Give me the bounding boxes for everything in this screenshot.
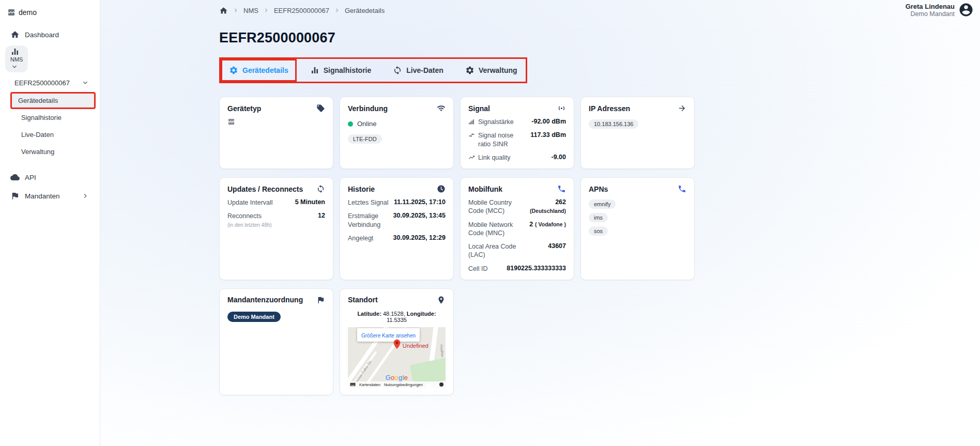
app-logo[interactable]: demo xyxy=(0,4,100,25)
bar-chart-icon xyxy=(310,66,319,75)
breadcrumb-nms[interactable]: NMS xyxy=(243,7,258,14)
phone-icon xyxy=(557,184,566,193)
sidebar-item-label: Dashboard xyxy=(25,31,59,39)
card-mobilfunk: Mobilfunk Mobile Country Code (MCC) 262(… xyxy=(460,177,574,280)
card-title: Gerätetyp xyxy=(227,104,261,113)
apn-badge: emnify xyxy=(589,199,616,209)
card-title: APNs xyxy=(589,185,608,193)
map-marker-icon[interactable] xyxy=(391,339,403,350)
sidebar-item-mandanten[interactable]: Mandanten xyxy=(5,187,95,205)
tab-live-daten[interactable]: Live-Daten xyxy=(385,59,452,82)
card-verbindung: Verbindung Online LTE-FDD xyxy=(340,97,454,169)
gear-icon xyxy=(229,66,238,75)
online-status-dot xyxy=(348,121,353,127)
breadcrumb: NMS EEFR2500000067 Gerätedetails xyxy=(219,6,385,15)
coordinates: Latitude: 48.1528, Longitude: 11.5335 xyxy=(348,311,446,323)
wifi-icon xyxy=(437,104,446,113)
app-root: demo Dashboard NMS EEFR2500000067 Geräte… xyxy=(0,0,980,446)
updates-row: Reconnects(in den letzten 48h) 12 xyxy=(227,212,325,228)
mobilfunk-row: Local Area Code (LAC) 43607 xyxy=(468,242,566,259)
map-attribution: Kartendaten Nutzungsbedingungen xyxy=(348,381,446,388)
signal-bars-icon xyxy=(468,118,475,125)
sidebar-item-label: Mandanten xyxy=(25,192,60,200)
tab-label: Verwaltung xyxy=(479,66,517,74)
location-pin-icon xyxy=(437,296,446,304)
sidebar-item-signalhistorie[interactable]: Signalhistorie xyxy=(13,109,95,126)
user-menu[interactable]: Greta Lindenau Demo Mandant xyxy=(906,2,974,18)
signal-row: Signal noise ratio SINR 117.33 dBm xyxy=(468,131,566,148)
tab-label: Signalhistorie xyxy=(324,66,372,74)
connection-status: Online xyxy=(357,120,377,128)
phone-icon xyxy=(678,184,686,193)
tab-geraetedetails[interactable]: Gerätedetails xyxy=(221,59,297,82)
broken-image-icon xyxy=(7,8,16,17)
chevron-down-icon xyxy=(10,63,23,71)
updates-row: Update Intervall 5 Minuten xyxy=(227,198,325,207)
cloud-icon xyxy=(10,173,20,182)
compare-arrows-icon xyxy=(468,132,475,139)
home-icon[interactable] xyxy=(219,6,228,15)
map-embed[interactable]: Gustav-Falke-Str. rnsallee Größere Karte… xyxy=(348,327,446,388)
user-tenant: Demo Mandant xyxy=(906,10,955,18)
sync-icon xyxy=(316,184,325,193)
topbar: NMS EEFR2500000067 Gerätedetails Greta L… xyxy=(100,0,980,21)
chevron-right-icon xyxy=(333,7,341,14)
card-signal: Signal Signalstärke -92.00 dBm Signal no… xyxy=(460,97,574,169)
sidebar-item-label: NMS xyxy=(10,56,23,63)
chevron-right-icon xyxy=(81,192,89,200)
sidebar-item-device[interactable]: EEFR2500000067 xyxy=(9,74,95,91)
sidebar-item-nms[interactable]: NMS xyxy=(5,45,28,72)
chevron-right-icon xyxy=(263,7,270,14)
card-title: Verbindung xyxy=(348,104,388,113)
breadcrumb-device[interactable]: EEFR2500000067 xyxy=(274,7,329,14)
tab-label: Live-Daten xyxy=(406,66,443,74)
map-error-icon[interactable] xyxy=(439,382,443,387)
flag-icon xyxy=(316,296,325,304)
logo-text: demo xyxy=(19,8,37,17)
user-name: Greta Lindenau xyxy=(906,3,955,10)
sidebar-item-verwaltung[interactable]: Verwaltung xyxy=(13,143,95,160)
card-geraetetyp: Gerätetyp xyxy=(219,97,333,169)
card-historie: Historie Letztes Signal 11.11.2025, 17:1… xyxy=(340,177,454,280)
breadcrumb-current: Gerätedetails xyxy=(345,7,385,14)
card-title: Mobilfunk xyxy=(468,185,502,193)
bar-chart-icon xyxy=(10,47,20,56)
historie-row: Erstmalige Verbindung 30.09.2025, 13:45 xyxy=(348,212,446,229)
map-enlarge-link[interactable]: Größere Karte ansehen xyxy=(361,333,416,339)
map-street-label: rnsallee xyxy=(440,344,445,357)
card-mandantenzuordnung: Mandantenzuordnung Demo Mandant xyxy=(219,288,333,395)
sidebar-item-label: EEFR2500000067 xyxy=(14,79,70,87)
clock-icon xyxy=(437,184,446,193)
sidebar-item-live-daten[interactable]: Live-Daten xyxy=(13,126,95,143)
main-area: NMS EEFR2500000067 Gerätedetails Greta L… xyxy=(100,0,980,446)
card-updates-reconnects: Updates / Reconnects Update Intervall 5 … xyxy=(219,177,333,280)
card-title: Signal xyxy=(468,104,490,113)
historie-row: Letztes Signal 11.11.2025, 17:10 xyxy=(348,198,446,207)
apn-badge: ims xyxy=(589,213,608,222)
tab-label: Gerätedetails xyxy=(242,66,288,74)
map-terms-link[interactable]: Nutzungsbedingungen xyxy=(384,382,423,387)
page-title: EEFR2500000067 xyxy=(219,30,980,46)
broadcast-icon xyxy=(557,104,566,113)
tag-icon xyxy=(316,104,325,113)
content: EEFR2500000067 Gerätedetails Signalhisto… xyxy=(100,21,980,411)
google-logo: Google xyxy=(348,374,446,381)
card-title: Mandantenzuordnung xyxy=(227,296,303,304)
cards-grid: Gerätetyp Verbindung Online xyxy=(219,97,980,411)
mobilfunk-row: Cell ID 8190225.333333333 xyxy=(468,265,566,273)
sidebar-item-label: API xyxy=(25,174,36,181)
historie-row: Angelegt 30.09.2025, 12:29 xyxy=(348,234,446,242)
apn-badge: sos xyxy=(589,226,608,236)
tabbar-annotation-box: Gerätedetails Signalhistorie Live-Daten … xyxy=(219,57,527,83)
sidebar-item-geraetedetails[interactable]: Gerätedetails xyxy=(10,92,96,109)
avatar-icon[interactable] xyxy=(958,2,974,18)
trending-up-icon xyxy=(468,154,475,161)
card-title: Historie xyxy=(348,185,375,193)
home-icon xyxy=(10,30,20,39)
device-type-image xyxy=(227,118,325,126)
tab-verwaltung[interactable]: Verwaltung xyxy=(457,59,526,82)
tab-signalhistorie[interactable]: Signalhistorie xyxy=(302,59,380,82)
sidebar-item-dashboard[interactable]: Dashboard xyxy=(5,26,95,43)
sync-icon xyxy=(393,66,402,75)
sidebar-item-api[interactable]: API xyxy=(5,168,95,186)
